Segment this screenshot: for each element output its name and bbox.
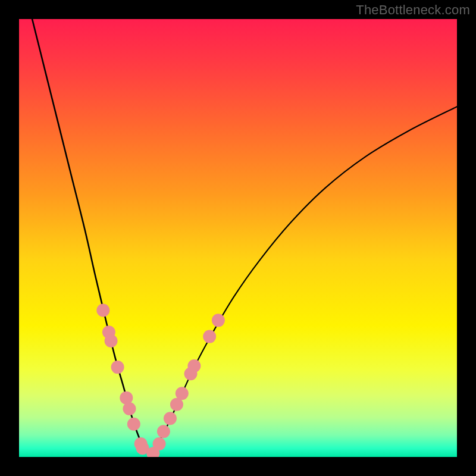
marker-dot <box>111 361 124 374</box>
marker-dot <box>157 425 170 438</box>
marker-group <box>96 303 225 457</box>
curve-group <box>32 19 457 457</box>
marker-dot <box>105 334 118 347</box>
plot-area <box>19 19 457 457</box>
marker-dot <box>127 418 140 431</box>
marker-dot <box>164 412 177 425</box>
marker-dot <box>123 402 136 415</box>
curve-left-branch <box>32 19 151 457</box>
marker-dot <box>96 303 109 317</box>
marker-dot <box>212 314 225 327</box>
marker-dot <box>176 387 189 400</box>
marker-dot <box>153 437 166 450</box>
chart-svg <box>19 19 457 457</box>
watermark-text: TheBottleneck.com <box>356 2 470 18</box>
marker-dot <box>203 330 216 343</box>
curve-right-branch <box>151 107 457 457</box>
frame: TheBottleneck.com <box>0 0 476 476</box>
marker-dot <box>187 359 201 372</box>
